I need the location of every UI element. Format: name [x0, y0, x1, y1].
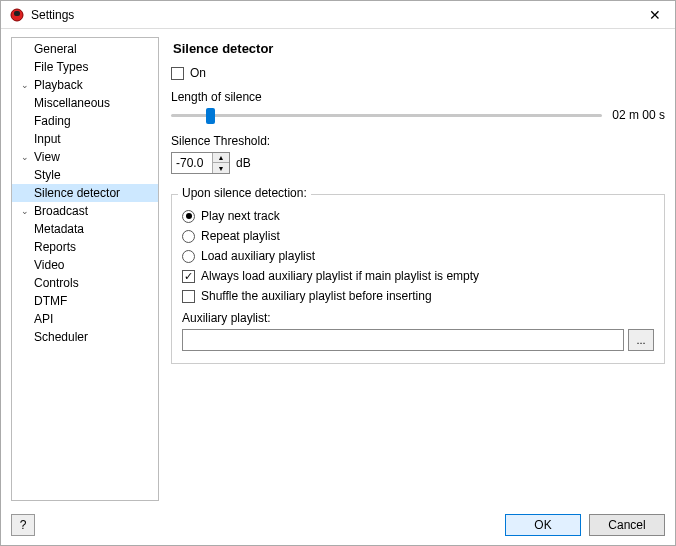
- tree-item-label: Fading: [32, 114, 71, 128]
- tree-item-scheduler[interactable]: Scheduler: [12, 328, 158, 346]
- length-slider-row: 02 m 00 s: [171, 108, 665, 122]
- slider-thumb[interactable]: [206, 108, 215, 124]
- help-button[interactable]: ?: [11, 514, 35, 536]
- close-button[interactable]: ✕: [643, 7, 667, 23]
- tree-item-label: Input: [32, 132, 61, 146]
- tree-item-general[interactable]: General: [12, 40, 158, 58]
- tree-item-label: File Types: [32, 60, 88, 74]
- tree-item-file-types[interactable]: File Types: [12, 58, 158, 76]
- tree-item-fading[interactable]: Fading: [12, 112, 158, 130]
- tree-item-api[interactable]: API: [12, 310, 158, 328]
- svg-rect-1: [14, 11, 20, 16]
- radio-button[interactable]: [182, 230, 195, 243]
- radio-label: Play next track: [201, 209, 280, 223]
- tree-item-dtmf[interactable]: DTMF: [12, 292, 158, 310]
- on-checkbox[interactable]: [171, 67, 184, 80]
- tree-item-label: Silence detector: [32, 186, 120, 200]
- tree-item-label: DTMF: [32, 294, 67, 308]
- content-area: GeneralFile Types⌄PlaybackMiscellaneousF…: [1, 29, 675, 505]
- radio-row[interactable]: Repeat playlist: [182, 229, 654, 243]
- tree-item-label: Reports: [32, 240, 76, 254]
- dialog-footer: ? OK Cancel: [1, 505, 675, 545]
- tree-item-video[interactable]: Video: [12, 256, 158, 274]
- spinner-up[interactable]: ▲: [213, 153, 229, 163]
- tree-item-broadcast[interactable]: ⌄Broadcast: [12, 202, 158, 220]
- cancel-button[interactable]: Cancel: [589, 514, 665, 536]
- threshold-unit: dB: [236, 156, 251, 170]
- tree-item-label: View: [32, 150, 60, 164]
- radio-row[interactable]: Load auxiliary playlist: [182, 249, 654, 263]
- tree-item-label: API: [32, 312, 53, 326]
- threshold-label: Silence Threshold:: [171, 134, 665, 148]
- checkbox[interactable]: [182, 290, 195, 303]
- tree-item-label: Scheduler: [32, 330, 88, 344]
- radio-row[interactable]: Play next track: [182, 209, 654, 223]
- tree-item-input[interactable]: Input: [12, 130, 158, 148]
- tree-item-label: General: [32, 42, 77, 56]
- tree-item-silence-detector[interactable]: Silence detector: [12, 184, 158, 202]
- title-bar: Settings ✕: [1, 1, 675, 29]
- threshold-input[interactable]: [172, 153, 212, 173]
- tree-item-label: Video: [32, 258, 64, 272]
- spinner-buttons: ▲ ▼: [212, 153, 229, 173]
- aux-playlist-row: ...: [182, 329, 654, 351]
- group-legend: Upon silence detection:: [178, 186, 311, 200]
- radio-label: Load auxiliary playlist: [201, 249, 315, 263]
- tree-item-metadata[interactable]: Metadata: [12, 220, 158, 238]
- threshold-row: ▲ ▼ dB: [171, 152, 665, 174]
- on-label: On: [190, 66, 206, 80]
- tree-item-controls[interactable]: Controls: [12, 274, 158, 292]
- page-title: Silence detector: [173, 41, 665, 56]
- detection-groupbox: Upon silence detection: Play next trackR…: [171, 194, 665, 364]
- ok-button[interactable]: OK: [505, 514, 581, 536]
- browse-button[interactable]: ...: [628, 329, 654, 351]
- tree-item-miscellaneous[interactable]: Miscellaneous: [12, 94, 158, 112]
- settings-window: Settings ✕ GeneralFile Types⌄PlaybackMis…: [0, 0, 676, 546]
- window-title: Settings: [31, 8, 643, 22]
- length-value: 02 m 00 s: [612, 108, 665, 122]
- length-slider[interactable]: [171, 114, 602, 117]
- checkbox[interactable]: [182, 270, 195, 283]
- checkbox-row[interactable]: Always load auxiliary playlist if main p…: [182, 269, 654, 283]
- checkbox-label: Shuffle the auxiliary playlist before in…: [201, 289, 432, 303]
- checkbox-row[interactable]: Shuffle the auxiliary playlist before in…: [182, 289, 654, 303]
- settings-page: Silence detector On Length of silence 02…: [171, 37, 665, 501]
- threshold-spinner[interactable]: ▲ ▼: [171, 152, 230, 174]
- tree-item-view[interactable]: ⌄View: [12, 148, 158, 166]
- spinner-down[interactable]: ▼: [213, 163, 229, 173]
- tree-item-label: Style: [32, 168, 61, 182]
- tree-item-label: Miscellaneous: [32, 96, 110, 110]
- tree-item-label: Broadcast: [32, 204, 88, 218]
- checkbox-label: Always load auxiliary playlist if main p…: [201, 269, 479, 283]
- tree-item-style[interactable]: Style: [12, 166, 158, 184]
- aux-playlist-label: Auxiliary playlist:: [182, 311, 654, 325]
- tree-item-label: Metadata: [32, 222, 84, 236]
- app-icon: [9, 7, 25, 23]
- aux-playlist-input[interactable]: [182, 329, 624, 351]
- tree-item-label: Playback: [32, 78, 83, 92]
- tree-item-playback[interactable]: ⌄Playback: [12, 76, 158, 94]
- radio-button[interactable]: [182, 210, 195, 223]
- radio-button[interactable]: [182, 250, 195, 263]
- on-checkbox-row[interactable]: On: [171, 66, 665, 80]
- settings-tree[interactable]: GeneralFile Types⌄PlaybackMiscellaneousF…: [11, 37, 159, 501]
- chevron-down-icon[interactable]: ⌄: [18, 206, 32, 216]
- radio-label: Repeat playlist: [201, 229, 280, 243]
- chevron-down-icon[interactable]: ⌄: [18, 80, 32, 90]
- length-label: Length of silence: [171, 90, 665, 104]
- chevron-down-icon[interactable]: ⌄: [18, 152, 32, 162]
- tree-item-label: Controls: [32, 276, 79, 290]
- tree-item-reports[interactable]: Reports: [12, 238, 158, 256]
